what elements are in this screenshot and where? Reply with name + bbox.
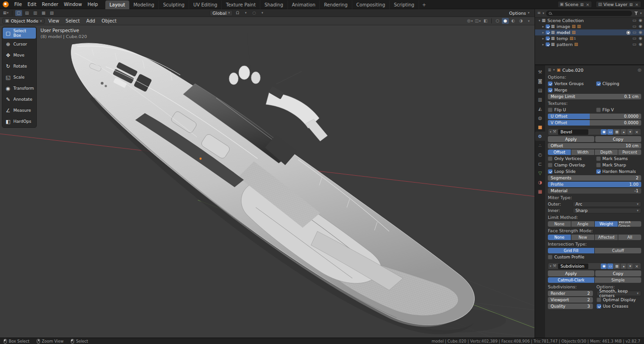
overlays-toggle-button[interactable]: ◫ ▾ — [474, 18, 481, 24]
workspace-tab-modeling[interactable]: Modeling — [129, 0, 159, 9]
snap-settings-dropdown[interactable]: ▾ — [242, 10, 249, 16]
outliner-editor-icon[interactable]: ≡ — [537, 11, 541, 15]
modifier-name-field[interactable]: Bevel — [558, 129, 588, 135]
limit-vertex-group[interactable]: Vertex Group — [618, 221, 641, 227]
gizmo-toggle-button[interactable]: ◎ ▾ — [466, 18, 473, 24]
proportional-falloff-dropdown[interactable]: ▾ — [259, 10, 266, 16]
clamp-overlap-checkbox[interactable]: Clamp Overlap — [548, 162, 593, 168]
outliner-row-model[interactable]: ▸ ▦ model ▨ ▭ ◉ — [535, 29, 644, 35]
transform-orientation-dropdown[interactable]: Global ▾ — [210, 10, 233, 16]
viewport-toggle-button[interactable]: ▭ — [607, 264, 613, 269]
custom-profile-checkbox[interactable]: Custom Profile — [548, 254, 641, 260]
expand-icon[interactable]: ▾ — [550, 130, 552, 134]
disclosure-icon[interactable]: ▾ — [539, 19, 540, 23]
v-offset-slider[interactable]: V Offset 0.0000 — [548, 120, 641, 126]
tool-transform[interactable]: ◉ Transform — [3, 83, 36, 94]
move-down-button[interactable]: ▾ — [627, 264, 632, 269]
disclosure-icon[interactable]: ▸ — [542, 37, 544, 40]
shading-wireframe-button[interactable]: ○ — [494, 18, 501, 24]
tool-option-4-button[interactable]: ▧ — [48, 10, 55, 16]
use-creases-checkbox[interactable]: Use Creases — [597, 304, 642, 309]
menu-select[interactable]: Select — [63, 17, 83, 25]
active-tool-button[interactable]: ▢ — [15, 10, 22, 16]
shading-solid-button[interactable]: ● — [502, 18, 509, 24]
modifier-name-field[interactable]: Subdivision — [558, 264, 588, 269]
tool-measure[interactable]: ∠ Measure — [3, 105, 36, 116]
render-subdivisions-field[interactable]: Render 2 — [548, 291, 593, 296]
width-type-offset[interactable]: Offset — [548, 149, 571, 155]
tab-material[interactable]: ◑ — [535, 178, 545, 187]
camera-icon[interactable]: ◉ — [638, 18, 642, 23]
clipping-checkbox[interactable]: Clipping — [596, 81, 642, 86]
delete-modifier-button[interactable]: × — [634, 130, 639, 134]
snap-toggle-button[interactable]: Ω — [234, 10, 241, 16]
tool-rotate[interactable]: ↻ Rotate — [3, 61, 36, 72]
material-index-field[interactable]: Material -1 — [548, 188, 641, 194]
outliner-row-temp[interactable]: ▸ ▦ temp ▨ 1 ▭ ◉ — [535, 35, 644, 41]
tool-cursor[interactable]: ⊕ Cursor — [3, 39, 36, 50]
delete-modifier-button[interactable]: × — [634, 264, 639, 269]
tab-particles[interactable]: ∴ — [535, 141, 545, 150]
disclosure-icon[interactable]: ▸ — [542, 25, 544, 29]
screen-icon[interactable]: ▭ — [632, 24, 637, 29]
profile-slider[interactable]: Profile 1.00 — [548, 182, 641, 187]
camera-icon[interactable]: ◉ — [638, 24, 642, 29]
tab-render[interactable]: ◙ — [535, 76, 545, 86]
tool-option-1-button[interactable]: ▤ — [23, 10, 30, 16]
shading-rendered-button[interactable]: ◑ — [518, 18, 524, 24]
fsm-none[interactable]: None — [548, 235, 571, 240]
intersection-cutoff[interactable]: Cutoff — [595, 248, 641, 253]
new-scene-button[interactable]: ⊞ — [580, 2, 584, 7]
algo-simple[interactable]: Simple — [595, 277, 641, 283]
disclosure-icon[interactable]: ▸ — [542, 31, 544, 34]
limit-angle[interactable]: Angle — [571, 221, 594, 227]
miter-inner-dropdown[interactable]: Sharp ▾ — [573, 208, 641, 213]
collection-checkbox[interactable] — [546, 36, 550, 40]
tool-move[interactable]: ✥ Move — [3, 50, 36, 61]
editor-type-selector[interactable]: ⊞ ▾ — [2, 10, 9, 16]
tab-object[interactable]: ■ — [535, 122, 545, 132]
menu-add[interactable]: Add — [83, 17, 98, 25]
fsm-all[interactable]: All — [618, 235, 641, 240]
tab-active-tool[interactable]: ⚒ — [535, 67, 545, 76]
workspace-tab-animation[interactable]: Animation — [288, 0, 320, 9]
shading-settings-dropdown[interactable]: ▾ — [525, 18, 532, 24]
miter-outer-dropdown[interactable]: Arc ▾ — [573, 201, 641, 207]
workspace-tab-scripting[interactable]: Scripting — [390, 0, 419, 9]
move-down-button[interactable]: ▾ — [627, 129, 632, 135]
tool-annotate[interactable]: ✎ Annotate — [3, 94, 36, 105]
eye-icon[interactable] — [627, 31, 630, 34]
workspace-tab-layout[interactable]: Layout — [105, 0, 129, 9]
editmode-toggle-button[interactable]: ▦ — [614, 264, 620, 269]
menu-window[interactable]: Window — [61, 0, 85, 9]
tool-scale[interactable]: ◱ Scale — [3, 72, 36, 83]
limit-weight[interactable]: Weight — [595, 221, 618, 227]
blender-logo-icon[interactable] — [3, 1, 9, 7]
tab-world[interactable]: ◍ — [535, 113, 545, 122]
menu-edit[interactable]: Edit — [25, 0, 39, 9]
algo-catmull-clark[interactable]: Catmull-Clark — [548, 277, 594, 283]
workspace-tab-rendering[interactable]: Rendering — [320, 0, 352, 9]
flip-v-checkbox[interactable]: Flip V — [596, 107, 642, 113]
merge-checkbox[interactable]: Merge — [548, 87, 593, 93]
mark-seams-checkbox[interactable]: Mark Seams — [596, 156, 642, 161]
quality-field[interactable]: Quality 3 — [548, 304, 593, 309]
filter-icon[interactable] — [634, 11, 638, 15]
unlink-scene-button[interactable]: × — [586, 2, 590, 7]
viewport-subdivisions-field[interactable]: Viewport 2 — [548, 297, 593, 303]
tab-output[interactable]: ▤ — [535, 86, 545, 95]
render-toggle-button[interactable]: ◉ — [601, 264, 607, 269]
editmode-toggle-button[interactable]: ▦ — [614, 129, 620, 135]
scene-selector[interactable]: ▣ Scene ⊞ × — [558, 1, 592, 8]
segments-field[interactable]: Segments 2 — [548, 175, 641, 181]
expand-icon[interactable]: ▾ — [550, 264, 552, 268]
outliner-row-pattern[interactable]: ▸ ▦ pattern ▨ ▭ ◉ — [535, 41, 644, 47]
screen-icon[interactable]: ▭ — [632, 36, 637, 40]
new-view-layer-button[interactable]: ⊞ — [629, 2, 633, 7]
screen-icon[interactable]: ▭ — [632, 42, 637, 46]
camera-icon[interactable]: ◉ — [638, 42, 642, 46]
menu-view[interactable]: View — [46, 17, 62, 25]
subdivision-modifier-header[interactable]: ▾ ⚒ Subdivision ◉ ▭ ▦ ▴ ▾ × — [548, 263, 641, 269]
limit-none[interactable]: None — [548, 221, 571, 227]
width-type-percent[interactable]: Percent — [618, 149, 641, 155]
